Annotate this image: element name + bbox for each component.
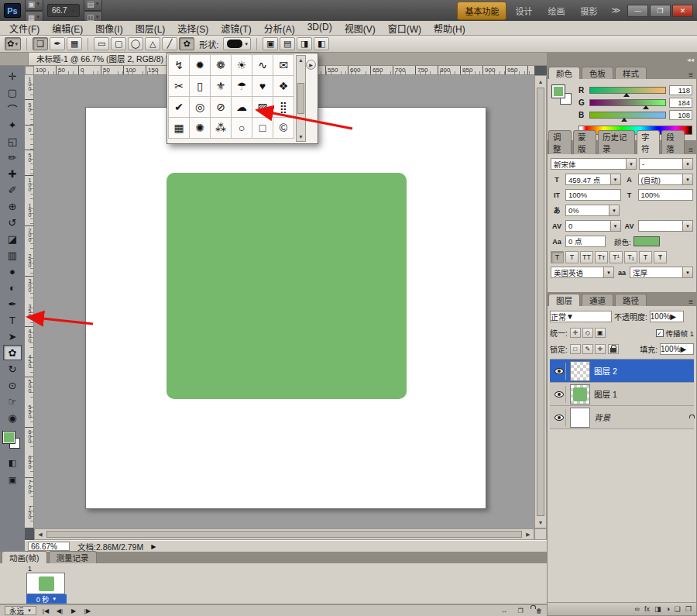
visibility-toggle[interactable] xyxy=(552,363,566,380)
screen-mode-icon[interactable]: ▣ xyxy=(3,472,22,487)
font-family-select[interactable]: 新宋体▼ xyxy=(551,158,637,170)
panel-color-swatches[interactable] xyxy=(552,85,575,112)
green-value-field[interactable]: 184 xyxy=(669,98,692,108)
kerning-select[interactable]: 0▼ xyxy=(565,220,621,232)
panel-menu-icon[interactable]: ≡ xyxy=(686,298,695,306)
tab-color[interactable]: 颜色 xyxy=(548,67,580,79)
scroll-right-icon[interactable]: ▶ xyxy=(523,532,534,538)
fill-pixels-mode-icon[interactable]: ▦ xyxy=(67,37,82,50)
tab-styles[interactable]: 样式 xyxy=(615,67,647,79)
unify-position-icon[interactable]: ✛ xyxy=(570,328,581,338)
menu-item[interactable]: 帮助(H) xyxy=(427,20,472,36)
quick-select-tool[interactable]: ✦ xyxy=(3,117,22,132)
visibility-toggle[interactable] xyxy=(552,409,566,426)
underline-button[interactable]: T xyxy=(639,251,652,263)
workspace-paint[interactable]: 绘画 xyxy=(541,2,572,19)
shape-preview-dropdown[interactable]: ▼ xyxy=(223,37,251,50)
animation-frame-thumbnail[interactable] xyxy=(26,573,65,594)
horizontal-scrollbar[interactable]: ◀ ▶ xyxy=(34,528,534,540)
faux-italic-button[interactable]: T xyxy=(565,251,579,263)
menu-item[interactable]: 3D(D) xyxy=(301,20,338,36)
menu-item[interactable]: 视图(V) xyxy=(338,20,382,36)
tab-swatches[interactable]: 色板 xyxy=(582,67,613,79)
tab-measurement-log[interactable]: 测量记录 xyxy=(49,551,97,563)
scrollbar-thumb[interactable] xyxy=(297,83,304,114)
panel-menu-icon[interactable]: ≡ xyxy=(686,71,695,79)
rectangle-tool-icon[interactable]: ▭ xyxy=(94,37,109,50)
picker-flyout-button[interactable]: ▶ xyxy=(306,60,316,70)
custom-shape-tool[interactable]: ✿ xyxy=(3,345,22,360)
ellipse-tool-icon[interactable]: ◯ xyxy=(128,37,143,50)
color-swatches[interactable] xyxy=(2,431,22,451)
next-frame-button[interactable]: |▶ xyxy=(81,606,94,615)
layer-name[interactable]: 背景 xyxy=(594,411,610,423)
shape-picker-scrollbar[interactable]: ▲ ▼ xyxy=(296,55,306,142)
menu-item[interactable]: 编辑(E) xyxy=(46,20,89,36)
zoom-percent-field[interactable]: 66.67% xyxy=(28,542,70,551)
scroll-up-icon[interactable]: ▲ xyxy=(298,56,304,64)
3d-orbit-tool[interactable]: ⊙ xyxy=(3,377,22,393)
shape-paw-prints[interactable]: ⁂ xyxy=(210,117,232,139)
delete-frame-icon[interactable]: 🗑 xyxy=(530,606,542,615)
scroll-left-icon[interactable]: ◀ xyxy=(35,532,46,538)
shape-umbrella[interactable]: ☂ xyxy=(231,75,252,97)
blur-tool[interactable]: ● xyxy=(3,263,22,279)
document-tab[interactable]: 未标题-1 @ 66.7% (图层 2, RGB/8) * xyxy=(28,51,177,65)
new-group-icon[interactable]: ❏ xyxy=(675,605,681,613)
move-tool[interactable]: ✛ xyxy=(3,68,22,84)
blue-value-field[interactable]: 108 xyxy=(669,110,692,120)
anti-alias-select[interactable]: 浑厚▼ xyxy=(630,267,693,278)
add-subtract-icon[interactable]: ▤ xyxy=(280,37,295,50)
lock-all-icon[interactable] xyxy=(608,344,619,354)
shape-no-symbol[interactable]: ⊘ xyxy=(210,96,232,118)
lock-pixels-icon[interactable]: ✎ xyxy=(582,344,593,354)
foreground-color-swatch[interactable] xyxy=(552,85,565,98)
scrollbar-thumb[interactable] xyxy=(537,88,544,516)
propagate-checkbox[interactable]: ✓ xyxy=(656,329,664,337)
hand-tool[interactable]: ☞ xyxy=(3,394,22,409)
shape-heart[interactable]: ♥ xyxy=(252,75,273,97)
baseline-shift-field[interactable]: 0 点 xyxy=(565,236,606,247)
gradient-tool[interactable]: ▥ xyxy=(3,247,22,263)
loop-count-select[interactable]: 永远▼ xyxy=(5,606,36,615)
frame-delay-select[interactable]: 0 秒▼ xyxy=(26,594,67,604)
panel-menu-icon[interactable]: ≡ xyxy=(686,146,695,154)
tab-paths[interactable]: 路径 xyxy=(615,294,647,306)
shape-burst[interactable]: ✺ xyxy=(189,117,211,139)
subscript-button[interactable]: T₁ xyxy=(624,251,637,263)
exclude-icon[interactable]: ◧ xyxy=(314,37,329,50)
screen-mode-icon[interactable]: ▤▼ xyxy=(84,0,102,11)
lock-transparency-icon[interactable]: □ xyxy=(570,344,581,354)
eraser-tool[interactable]: ◪ xyxy=(3,231,22,246)
shape-wave[interactable]: ∿ xyxy=(252,54,273,76)
polygon-tool-icon[interactable]: △ xyxy=(145,37,160,50)
vertical-scale-field[interactable]: 100% xyxy=(565,189,621,201)
adjustment-layer-icon[interactable]: ◑ xyxy=(665,605,669,613)
menu-item[interactable]: 分析(A) xyxy=(258,20,301,36)
brush-tool[interactable]: ✐ xyxy=(3,182,22,198)
shape-envelope[interactable]: ✉ xyxy=(273,54,294,76)
shape-flower[interactable]: ❁ xyxy=(210,54,232,76)
restore-button[interactable]: ❐ xyxy=(650,5,671,17)
paths-mode-icon[interactable]: ✒ xyxy=(50,37,65,50)
shape-thought-bubble[interactable]: ☁ xyxy=(231,96,252,118)
shape-sun[interactable]: ☀ xyxy=(231,54,252,76)
layer-name[interactable]: 图层 1 xyxy=(594,388,617,400)
clone-stamp-tool[interactable]: ⊕ xyxy=(3,198,22,214)
workspace-design[interactable]: 设计 xyxy=(508,2,539,19)
status-options-icon[interactable]: ▶ xyxy=(151,543,156,550)
blend-mode-select[interactable]: 正常▼ xyxy=(550,311,612,322)
play-button[interactable]: ▶ xyxy=(67,606,80,615)
shape-target[interactable]: ◎ xyxy=(189,96,211,118)
strikethrough-button[interactable]: Ŧ xyxy=(654,251,667,263)
red-value-field[interactable]: 118 xyxy=(669,85,692,95)
tab-character[interactable]: 字符 xyxy=(637,130,660,154)
shape-layers-mode-icon[interactable]: ❑ xyxy=(33,37,48,50)
link-layers-icon[interactable]: ∞ xyxy=(634,605,639,613)
prev-frame-button[interactable]: ◀| xyxy=(53,606,66,615)
close-button[interactable]: ✕ xyxy=(672,5,693,17)
font-size-select[interactable]: 459.47 点▼ xyxy=(565,174,621,185)
shape-copyright[interactable]: © xyxy=(273,117,294,139)
tab-channels[interactable]: 通道 xyxy=(582,294,613,306)
red-slider[interactable] xyxy=(589,87,666,94)
